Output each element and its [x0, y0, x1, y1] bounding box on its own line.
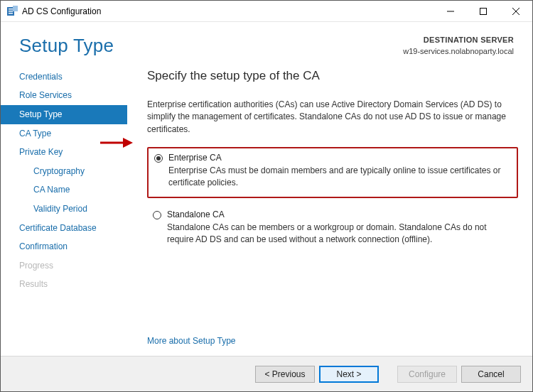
- cancel-button[interactable]: Cancel: [461, 366, 521, 383]
- option-description: Enterprise CAs must be domain members an…: [168, 165, 511, 190]
- svg-rect-3: [9, 13, 13, 13]
- svg-rect-1: [9, 9, 13, 9]
- svg-rect-2: [9, 11, 13, 11]
- footer: < Previous Next > Configure Cancel: [1, 356, 532, 391]
- titlebar: AD CS Configuration: [1, 1, 532, 22]
- nav-item-ca-type[interactable]: CA Type: [1, 124, 127, 143]
- nav-item-progress: Progress: [1, 256, 127, 276]
- radio-enterprise-ca[interactable]: [154, 154, 163, 163]
- nav-item-confirmation[interactable]: Confirmation: [1, 237, 127, 256]
- option-label[interactable]: Enterprise CA: [168, 153, 222, 163]
- close-button[interactable]: [500, 1, 532, 22]
- header: Setup Type DESTINATION SERVER w19-servic…: [1, 22, 532, 63]
- option-enterprise-ca: Enterprise CAEnterprise CAs must be doma…: [147, 147, 518, 198]
- window-buttons: [434, 1, 532, 22]
- maximize-button[interactable]: [467, 1, 500, 22]
- nav-item-private-key[interactable]: Private Key: [1, 143, 127, 162]
- nav-item-setup-type[interactable]: Setup Type: [1, 105, 127, 124]
- svg-rect-6: [480, 8, 487, 14]
- nav-item-certificate-database[interactable]: Certificate Database: [1, 219, 127, 238]
- previous-button[interactable]: < Previous: [255, 366, 315, 383]
- radio-standalone-ca[interactable]: [153, 211, 161, 219]
- next-button[interactable]: Next >: [319, 366, 379, 383]
- content-description: Enterprise certification authorities (CA…: [147, 99, 518, 136]
- option-description: Standalone CAs can be members or a workg…: [167, 222, 512, 246]
- svg-rect-4: [13, 6, 18, 11]
- app-icon: [6, 6, 18, 17]
- nav-item-cryptography[interactable]: Cryptography: [1, 162, 127, 181]
- sidebar: CredentialsRole ServicesSetup TypeCA Typ…: [1, 63, 127, 356]
- nav-item-role-services[interactable]: Role Services: [1, 86, 127, 105]
- more-about-link[interactable]: More about Setup Type: [147, 336, 236, 346]
- content-heading: Specify the setup type of the CA: [147, 69, 518, 83]
- wizard-window: AD CS Configuration Setup Type DESTINATI…: [0, 0, 533, 392]
- nav-item-results: Results: [1, 275, 127, 294]
- option-label[interactable]: Standalone CA: [167, 209, 225, 219]
- destination-server: w19-services.nolabnoparty.local: [403, 46, 514, 58]
- option-standalone-ca: Standalone CAStandalone CAs can be membe…: [147, 205, 518, 254]
- page-title: Setup Type: [19, 35, 403, 57]
- nav-item-ca-name[interactable]: CA Name: [1, 180, 127, 200]
- destination-label: DESTINATION SERVER: [403, 35, 514, 46]
- configure-button: Configure: [397, 366, 457, 383]
- nav-item-credentials[interactable]: Credentials: [1, 67, 127, 87]
- content: Specify the setup type of the CA Enterpr…: [127, 63, 532, 356]
- window-title: AD CS Configuration: [22, 6, 434, 16]
- nav-item-validity-period[interactable]: Validity Period: [1, 200, 127, 219]
- body: CredentialsRole ServicesSetup TypeCA Typ…: [1, 63, 532, 356]
- minimize-button[interactable]: [434, 1, 467, 22]
